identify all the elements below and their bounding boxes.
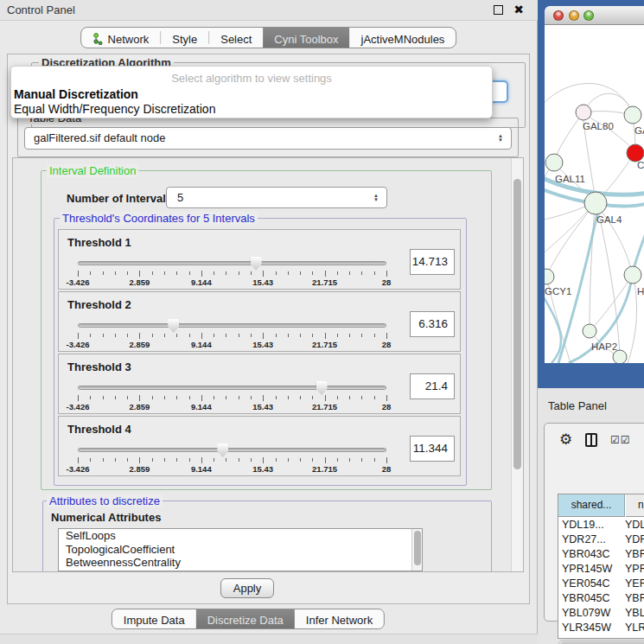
slider-tick — [312, 271, 313, 275]
spinner-arrows-icon: ▲▼ — [373, 194, 379, 202]
slider-tick — [226, 458, 226, 462]
slider-track[interactable] — [78, 386, 386, 390]
network-node[interactable] — [627, 144, 644, 162]
tab-infer-network[interactable]: Infer Network — [295, 609, 384, 628]
network-node[interactable] — [624, 266, 641, 284]
slider-track[interactable] — [78, 261, 386, 265]
network-node[interactable] — [584, 192, 607, 214]
network-canvas[interactable]: GAL80GACGAL11GAL4GCY1HHAP2 — [545, 25, 644, 363]
close-icon[interactable]: ✖ — [513, 3, 524, 16]
slider-tick — [127, 458, 128, 462]
slider-tick — [312, 458, 313, 462]
slider-tick — [115, 334, 116, 337]
attribute-list-item[interactable]: TopologicalCoefficient — [59, 543, 422, 557]
column-header-name[interactable]: na — [626, 494, 644, 517]
slider-tick-label: 21.715 — [312, 340, 337, 349]
attributes-scrollbar-thumb[interactable] — [414, 531, 421, 565]
slider-tick — [239, 334, 239, 337]
table-row[interactable]: YBL079WYBL0 — [558, 606, 644, 621]
settings-scrollbar-thumb[interactable] — [513, 179, 521, 469]
algorithm-option-manual[interactable]: Manual Discretization — [14, 87, 138, 101]
threshold-panel: Threshold 4-3.4262.8599.14415.4321.71528… — [58, 416, 461, 476]
tab-impute-data[interactable]: Impute Data — [112, 609, 196, 628]
threshold-value-box[interactable]: 21.4 — [410, 373, 455, 399]
slider-tick — [239, 396, 239, 399]
network-node[interactable] — [545, 154, 563, 171]
slider-tick — [251, 271, 252, 275]
slider-thumb[interactable] — [251, 257, 262, 271]
slider-tick — [90, 396, 91, 399]
network-node[interactable] — [576, 105, 591, 120]
slider-tick — [164, 271, 165, 275]
slider-thumb[interactable] — [168, 319, 179, 333]
slider-tick — [214, 271, 214, 275]
threshold-value-box[interactable]: 11.344 — [410, 436, 455, 462]
network-node[interactable] — [583, 324, 596, 338]
float-window-icon[interactable] — [494, 5, 503, 15]
table-row[interactable]: YER054CYER0 — [558, 577, 644, 591]
slider-tick — [239, 458, 239, 462]
slider-tick — [337, 396, 338, 399]
attribute-list-item[interactable]: BetweennessCentrality — [59, 556, 422, 570]
network-edge[interactable] — [554, 114, 582, 161]
slider-thumb[interactable] — [217, 443, 228, 457]
table-row[interactable]: YPR145WYPR1 — [558, 562, 644, 577]
apply-button[interactable]: Apply — [220, 578, 274, 598]
number-of-intervals-spinner[interactable]: 5 ▲▼ — [166, 187, 387, 208]
checkboxes-icon[interactable]: ☑☑ — [610, 434, 631, 446]
slider-tick — [300, 334, 301, 337]
slider-tick — [176, 334, 177, 337]
table-row[interactable]: YBR045CYBR0 — [558, 591, 644, 606]
network-node[interactable] — [545, 269, 554, 284]
threshold-value-box[interactable]: 14.713 — [410, 249, 455, 275]
mac-close-button[interactable] — [553, 10, 564, 21]
columns-icon[interactable] — [585, 433, 597, 447]
slider-tick — [300, 271, 301, 275]
network-node[interactable] — [613, 350, 627, 363]
mac-zoom-button[interactable] — [583, 10, 594, 21]
table-hscrollbar[interactable] — [558, 640, 644, 644]
attributes-list-scrollbar[interactable] — [411, 529, 422, 571]
slider-tick — [288, 334, 289, 337]
table-row[interactable]: YDL19...YDL1 — [558, 518, 644, 532]
slider-tick — [152, 396, 153, 399]
tab-select[interactable]: Select — [209, 28, 263, 48]
settings-scroll-area: Interval Definition Number of Intervals … — [12, 157, 524, 572]
settings-scrollbar[interactable] — [511, 158, 523, 571]
algorithm-option-equal-width[interactable]: Equal Width/Frequency Discretization — [14, 102, 215, 116]
table-row[interactable]: YIL052CYIL0 — [558, 635, 644, 639]
network-window-titlebar[interactable] — [545, 6, 644, 25]
slider-tick-label: -3.426 — [67, 402, 90, 411]
slider-tick — [127, 334, 128, 337]
slider-thumb[interactable] — [316, 381, 328, 395]
table-row[interactable]: YLR345WYLR3 — [558, 621, 644, 635]
slider-tick — [152, 334, 153, 337]
table-row[interactable]: YBR043CYBR0 — [558, 547, 644, 562]
tab-network[interactable]: Network — [81, 28, 161, 48]
cell-shared-name: YBL079W — [558, 606, 622, 621]
table-data-combobox[interactable]: galFiltered.sif default node ▲▼ — [24, 127, 512, 150]
column-header-shared[interactable]: shared... — [558, 494, 625, 517]
mac-minimize-button[interactable] — [569, 10, 579, 21]
tab-discretize-data[interactable]: Discretize Data — [196, 609, 295, 628]
network-edge[interactable] — [545, 204, 594, 257]
slider-tick — [201, 271, 202, 277]
cell-shared-name: YER054C — [558, 577, 622, 591]
tab-cyni-toolbox[interactable]: Cyni Toolbox — [263, 28, 349, 48]
tab-jactivemnodules[interactable]: jActiveMNodules — [350, 28, 456, 48]
slider-track[interactable] — [78, 323, 386, 328]
network-window: GAL80GACGAL11GAL4GCY1HHAP2 — [538, 0, 644, 388]
attribute-list-item[interactable]: SelfLoops — [59, 529, 422, 543]
threshold-value-box[interactable]: 6.316 — [410, 311, 455, 337]
numerical-attributes-list[interactable]: SelfLoopsTopologicalCoefficientBetweenne… — [58, 528, 423, 571]
network-node[interactable] — [624, 106, 641, 124]
slider-tick — [78, 271, 79, 277]
gear-icon[interactable]: ⚙ — [559, 430, 572, 449]
slider-track[interactable] — [78, 448, 386, 452]
table-row[interactable]: YDR27...YDR2 — [558, 532, 644, 547]
slider-tick — [176, 458, 177, 462]
tab-style[interactable]: Style — [161, 28, 208, 48]
network-node-label: C — [637, 160, 644, 170]
network-node-label: GAL4 — [596, 214, 622, 225]
slider-tick-label: -3.426 — [67, 277, 90, 287]
